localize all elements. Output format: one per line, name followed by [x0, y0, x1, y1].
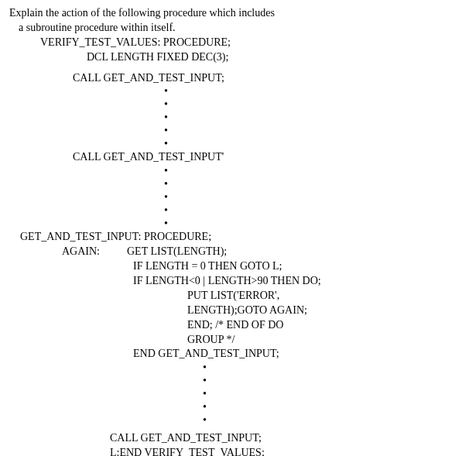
ellipsis-dot: •	[9, 165, 467, 178]
put-list-2: LENGTH);GOTO AGAIN;	[9, 303, 467, 318]
if-zero: IF LENGTH = 0 THEN GOTO L;	[9, 259, 467, 274]
put-list-1: PUT LIST('ERROR',	[9, 289, 467, 303]
sub-header: GET_AND_TEST_INPUT: PROCEDURE;	[9, 230, 467, 245]
ellipsis-dot: •	[9, 218, 467, 231]
dcl-stmt: DCL LENGTH FIXED DEC(3);	[9, 50, 467, 65]
ellipsis-dot: •	[9, 191, 467, 204]
again-line: AGAIN: GET LIST(LENGTH);	[9, 245, 467, 259]
end-main: L:END VERIFY_TEST_VALUES;	[9, 446, 467, 456]
call-1: CALL GET_AND_TEST_INPUT;	[9, 71, 467, 86]
call-2: CALL GET_AND_TEST_INPUT'	[9, 150, 467, 165]
if-range: IF LENGTH<0 | LENGTH>90 THEN DO;	[9, 274, 467, 289]
ellipsis-dot: •	[9, 401, 467, 414]
ellipsis-dot: •	[9, 204, 467, 218]
ellipsis-dot: •	[9, 138, 467, 151]
ellipsis-dot: •	[9, 388, 467, 401]
ellipsis-dot: •	[9, 98, 467, 111]
ellipsis-dot: •	[9, 375, 467, 388]
end-sub: END GET_AND_TEST_INPUT;	[9, 347, 467, 362]
call-3: CALL GET_AND_TEST_INPUT;	[9, 431, 467, 446]
ellipsis-dot: •	[9, 85, 467, 98]
proc-header: VERIFY_TEST_VALUES: PROCEDURE;	[9, 36, 467, 50]
ellipsis-dot: •	[9, 111, 467, 125]
question-line-1: Explain the action of the following proc…	[9, 6, 467, 21]
ellipsis-dot: •	[9, 125, 467, 138]
question-line-2: a subroutine procedure within itself.	[9, 21, 467, 36]
ellipsis-dot: •	[9, 362, 467, 375]
end-do: END; /* END OF DO	[9, 318, 467, 333]
group-comment: GROUP */	[9, 333, 467, 348]
ellipsis-dot: •	[9, 178, 467, 191]
ellipsis-dot: •	[9, 414, 467, 427]
